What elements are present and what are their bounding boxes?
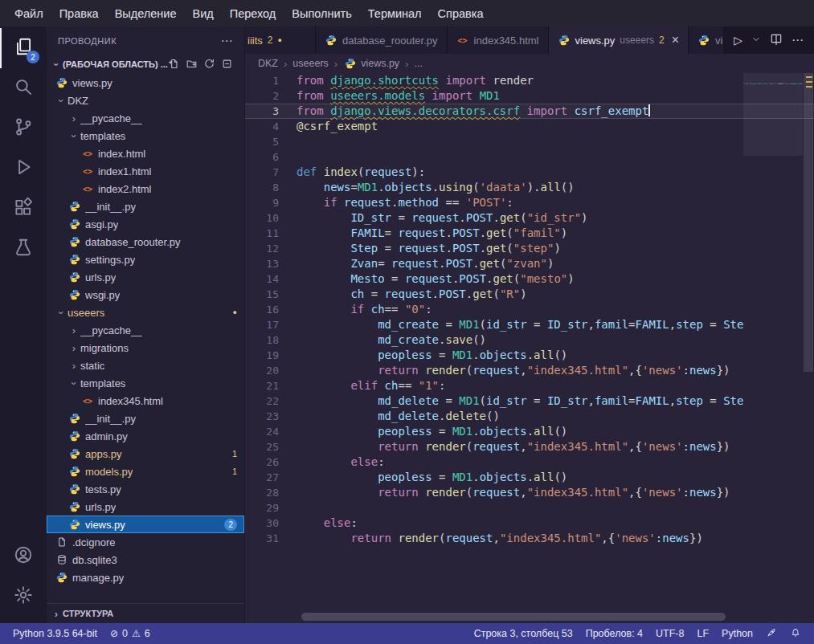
- line-number[interactable]: 7: [245, 165, 297, 180]
- line-number[interactable]: 16: [245, 302, 297, 317]
- activity-settings[interactable]: [0, 577, 47, 617]
- activity-extensions[interactable]: [0, 189, 47, 229]
- status-encoding[interactable]: UTF-8: [649, 628, 690, 639]
- outline-section-header[interactable]: › СТРУКТУРА: [47, 603, 244, 623]
- tree-item-views-py[interactable]: views.py: [47, 74, 244, 92]
- tree-item-admin-py[interactable]: admin.py: [47, 427, 244, 445]
- tree-item-pycache[interactable]: ›__pycache__: [47, 109, 244, 127]
- menu-item-файл[interactable]: Файл: [6, 0, 51, 26]
- tree-item-settings-py[interactable]: settings.py: [47, 251, 244, 268]
- line-number[interactable]: 23: [245, 409, 297, 424]
- tree-item-urls-py[interactable]: urls.py: [47, 498, 244, 516]
- status-language-mode[interactable]: Python: [715, 628, 759, 639]
- code-line-14[interactable]: 14 Mesto = request.POST.get("mesto"): [245, 271, 814, 287]
- menu-item-переход[interactable]: Переход: [222, 0, 284, 26]
- line-number[interactable]: 3: [245, 104, 297, 119]
- code-line-13[interactable]: 13 Zvan= request.POST.get("zvan"): [245, 256, 814, 271]
- status-indentation[interactable]: Пробелов: 4: [579, 628, 649, 639]
- activity-run-debug[interactable]: [0, 149, 47, 189]
- vertical-scrollbar[interactable]: [803, 73, 814, 623]
- activity-search[interactable]: [0, 68, 47, 108]
- code-editor[interactable]: 1from django.shortcuts import render2fro…: [245, 73, 814, 623]
- code-line-25[interactable]: 25 return render(request,"index345.html"…: [245, 439, 814, 454]
- breadcrumb-item-useeers[interactable]: useeers: [292, 58, 328, 69]
- tree-item-db-sqlite3[interactable]: db.sqlite3: [47, 551, 244, 569]
- tree-item-templates[interactable]: ›templates: [47, 127, 244, 145]
- code-line-8[interactable]: 8 news=MD1.objects.using('daata').all(): [245, 180, 814, 195]
- line-number[interactable]: 11: [245, 226, 297, 241]
- code-line-4[interactable]: 4@csrf_exempt: [245, 119, 814, 134]
- breadcrumb-item-item[interactable]: ...: [414, 58, 422, 69]
- line-number[interactable]: 1: [245, 73, 297, 88]
- tree-item-pycache[interactable]: ›__pycache__: [47, 321, 244, 339]
- line-number[interactable]: 4: [245, 119, 297, 134]
- code-line-26[interactable]: 26 else:: [245, 454, 814, 470]
- code-line-7[interactable]: 7def index(request):: [245, 165, 814, 180]
- line-number[interactable]: 18: [245, 332, 297, 348]
- refresh-icon[interactable]: [203, 58, 215, 71]
- tree-item-wsgi-py[interactable]: wsgi.py: [47, 286, 244, 304]
- line-number[interactable]: 17: [245, 317, 297, 332]
- activity-explorer[interactable]: 2: [0, 28, 47, 68]
- tab-views-py[interactable]: views.pyuseeers2×: [549, 26, 689, 54]
- activity-source-control[interactable]: [0, 108, 47, 149]
- tree-item-index2-html[interactable]: <>index2.html: [47, 180, 244, 198]
- status-python-version[interactable]: Python 3.9.5 64-bit: [6, 623, 104, 644]
- line-number[interactable]: 24: [245, 424, 297, 439]
- tree-item-dcignore[interactable]: .dcignore: [47, 533, 244, 551]
- line-number[interactable]: 29: [245, 500, 297, 516]
- more-actions-button[interactable]: ⋯: [792, 33, 804, 47]
- line-number[interactable]: 12: [245, 241, 297, 256]
- vertical-scrollbar-thumb[interactable]: [804, 73, 813, 372]
- line-number[interactable]: 5: [245, 134, 297, 149]
- tree-item-templates[interactable]: ›templates: [47, 374, 244, 392]
- code-line-16[interactable]: 16 if ch== "0":: [245, 302, 814, 317]
- menu-item-правка[interactable]: Правка: [51, 0, 107, 26]
- workspace-section-header[interactable]: › (РАБОЧАЯ ОБЛАСТЬ) ...: [47, 55, 244, 74]
- code-line-23[interactable]: 23 md_delete.delete(): [245, 409, 814, 424]
- line-number[interactable]: 27: [245, 470, 297, 485]
- code-line-31[interactable]: 31 return render(request,"index345.html"…: [245, 531, 814, 546]
- split-editor-button[interactable]: [770, 32, 783, 48]
- minimap[interactable]: from django.shortcuts import renderfrom …: [743, 73, 803, 88]
- tree-item-index345-html[interactable]: <>index345.html: [47, 392, 244, 410]
- tree-item-views-py[interactable]: views.py2: [47, 516, 244, 533]
- line-number[interactable]: 20: [245, 363, 297, 378]
- tree-item-database-roouter-py[interactable]: database_roouter.py: [47, 233, 244, 251]
- code-line-21[interactable]: 21 elif ch== "1":: [245, 378, 814, 393]
- code-line-30[interactable]: 30 else:: [245, 516, 814, 531]
- collapse-all-icon[interactable]: [221, 58, 233, 71]
- tab-index345-html[interactable]: <>index345.html: [448, 26, 549, 54]
- line-number[interactable]: 8: [245, 180, 297, 195]
- tree-item-migrations[interactable]: ›migrations: [47, 339, 244, 357]
- tab-vi[interactable]: vi: [689, 26, 723, 54]
- tree-item-index-html[interactable]: <>index.html: [47, 145, 244, 162]
- tree-item-static[interactable]: ›static: [47, 357, 244, 374]
- menu-item-выполнить[interactable]: Выполнить: [284, 0, 359, 26]
- line-number[interactable]: 30: [245, 516, 297, 531]
- tree-item-manage-py[interactable]: manage.py: [47, 569, 244, 586]
- code-line-5[interactable]: 5: [245, 134, 814, 149]
- line-number[interactable]: 14: [245, 271, 297, 287]
- status-notifications[interactable]: [783, 627, 808, 641]
- status-problems[interactable]: ⊘0⚠6: [104, 623, 157, 644]
- line-number[interactable]: 21: [245, 378, 297, 393]
- status-eol[interactable]: LF: [690, 628, 715, 639]
- horizontal-scrollbar-thumb[interactable]: [301, 613, 726, 621]
- line-number[interactable]: 2: [245, 88, 297, 104]
- new-file-icon[interactable]: [168, 58, 180, 71]
- activity-accounts[interactable]: [0, 536, 47, 577]
- status-language-server[interactable]: [759, 627, 783, 641]
- menu-item-выделение[interactable]: Выделение: [107, 0, 185, 26]
- line-number[interactable]: 6: [245, 149, 297, 165]
- code-line-19[interactable]: 19 peopless = MD1.objects.all(): [245, 348, 814, 363]
- tree-item-apps-py[interactable]: apps.py1: [47, 445, 244, 463]
- close-icon[interactable]: ×: [672, 33, 679, 47]
- breadcrumb-item-views-py[interactable]: views.py: [343, 58, 399, 69]
- code-line-10[interactable]: 10 ID_str = request.POST.get("id_str"): [245, 210, 814, 226]
- tree-item-asgi-py[interactable]: asgi.py: [47, 215, 244, 233]
- line-number[interactable]: 9: [245, 195, 297, 210]
- code-line-28[interactable]: 28 return render(request,"index345.html"…: [245, 485, 814, 500]
- line-number[interactable]: 19: [245, 348, 297, 363]
- menu-item-справка[interactable]: Справка: [430, 0, 492, 26]
